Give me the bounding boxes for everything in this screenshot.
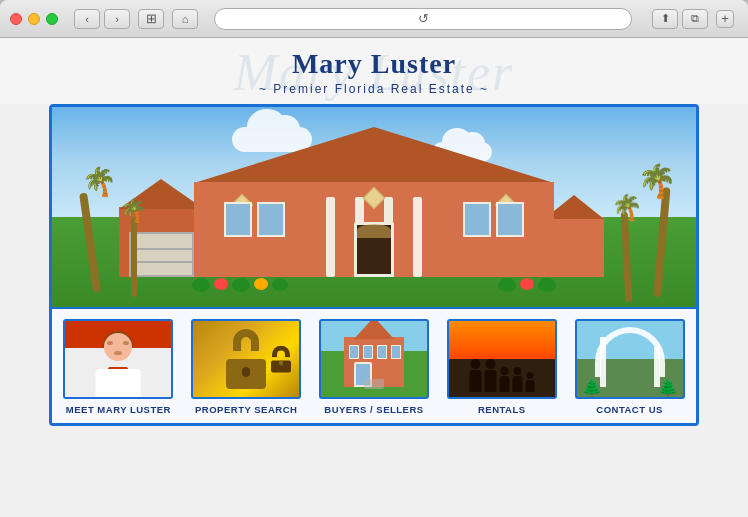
site-header: Mary Luster Mary Luster ~ Premier Florid…	[0, 38, 748, 104]
nav-label-meet: MEET MARY LUSTER	[66, 404, 171, 415]
traffic-lights	[10, 13, 58, 25]
nav-label-contact: CONTACT US	[596, 404, 663, 415]
site-title: Mary Luster	[292, 48, 456, 80]
close-button[interactable]	[10, 13, 22, 25]
nav-thumb-meet	[63, 319, 173, 399]
back-button[interactable]: ‹	[74, 9, 100, 29]
add-tab-button[interactable]: +	[716, 10, 734, 28]
page-content: Mary Luster Mary Luster ~ Premier Florid…	[0, 38, 748, 517]
tabs-button[interactable]: ⧉	[682, 9, 708, 29]
nav-item-meet[interactable]: MEET MARY LUSTER	[61, 319, 176, 415]
title-bar: ‹ › ⊞ ⌂ ↺ ⬆ ⧉ +	[0, 0, 748, 38]
nav-item-buyers[interactable]: BUYERS / SELLERS	[316, 319, 431, 415]
nav-thumb-buyers	[319, 319, 429, 399]
home-button[interactable]: ⌂	[172, 9, 198, 29]
share-button[interactable]: ⬆	[652, 9, 678, 29]
person-body-icon	[96, 369, 141, 397]
person-photo	[65, 321, 171, 397]
reload-button[interactable]: ↺	[412, 8, 434, 30]
family-silhouettes-icon	[469, 359, 534, 392]
nav-thumb-property	[191, 319, 301, 399]
nav-thumb-rentals	[447, 319, 557, 399]
site-subtitle: ~ Premier Florida Real Estate ~	[259, 82, 489, 96]
lock-icon	[221, 329, 271, 389]
address-bar[interactable]: ↺	[214, 8, 632, 30]
nav-label-rentals: RENTALS	[478, 404, 526, 415]
nav-item-rentals[interactable]: RENTALS	[444, 319, 559, 415]
hero-image: 🌴 🌴 🌴 🌴	[52, 107, 696, 307]
nav-buttons: ‹ ›	[74, 9, 130, 29]
sidebar-button[interactable]: ⊞	[138, 9, 164, 29]
maximize-button[interactable]	[46, 13, 58, 25]
forward-button[interactable]: ›	[104, 9, 130, 29]
nav-item-contact[interactable]: 🌲 🌲 CONTACT US	[572, 319, 687, 415]
nav-label-property: PROPERTY SEARCH	[195, 404, 297, 415]
nav-thumbnails: MEET MARY LUSTER	[52, 307, 696, 423]
website-container: 🌴 🌴 🌴 🌴	[49, 104, 699, 426]
person-head-icon	[104, 333, 132, 361]
right-controls: ⬆ ⧉	[652, 9, 708, 29]
browser-window: ‹ › ⊞ ⌂ ↺ ⬆ ⧉ + Mary Luster Mary Luster …	[0, 0, 748, 517]
lock-body-icon	[226, 359, 266, 389]
lock-shackle-icon	[233, 329, 259, 351]
nav-label-buyers: BUYERS / SELLERS	[324, 404, 423, 415]
minimize-button[interactable]	[28, 13, 40, 25]
nav-item-property[interactable]: PROPERTY SEARCH	[189, 319, 304, 415]
arch-structure-icon	[595, 327, 665, 387]
house	[194, 182, 554, 277]
nav-thumb-contact: 🌲 🌲	[575, 319, 685, 399]
